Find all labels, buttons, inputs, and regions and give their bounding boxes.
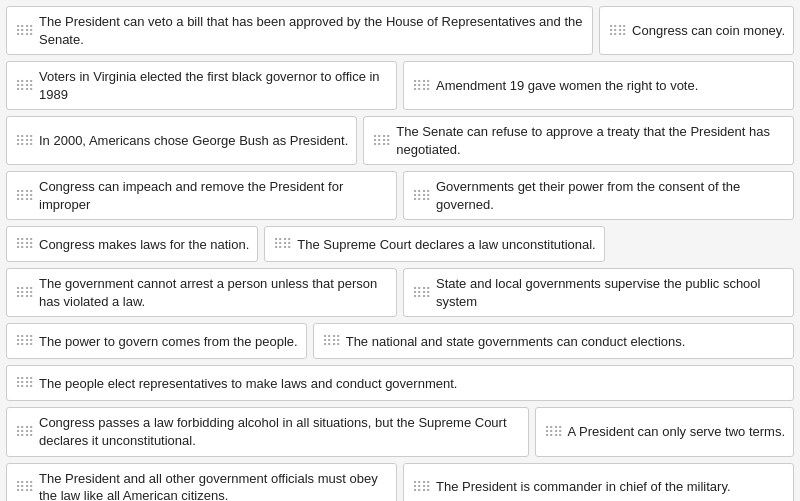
card-text: The people elect representatives to make…: [39, 375, 457, 393]
card-3-1[interactable]: ⠿⠿Governments get their power from the c…: [403, 171, 794, 220]
card-text: A President can only serve two terms.: [568, 423, 785, 441]
card-9-0[interactable]: ⠿⠿The President and all other government…: [6, 463, 397, 501]
row-0: ⠿⠿The President can veto a bill that has…: [6, 6, 794, 55]
card-text: The power to govern comes from the peopl…: [39, 333, 298, 351]
drag-handle-icon[interactable]: ⠿⠿: [15, 79, 33, 93]
drag-handle-icon[interactable]: ⠿⠿: [412, 286, 430, 300]
card-4-0[interactable]: ⠿⠿Congress makes laws for the nation.: [6, 226, 258, 262]
row-3: ⠿⠿Congress can impeach and remove the Pr…: [6, 171, 794, 220]
drag-handle-icon[interactable]: ⠿⠿: [15, 334, 33, 348]
card-7-0[interactable]: ⠿⠿The people elect representatives to ma…: [6, 365, 794, 401]
row-1: ⠿⠿Voters in Virginia elected the first b…: [6, 61, 794, 110]
drag-handle-icon[interactable]: ⠿⠿: [412, 79, 430, 93]
row-9: ⠿⠿The President and all other government…: [6, 463, 794, 501]
drag-handle-icon[interactable]: ⠿⠿: [412, 480, 430, 494]
card-text: The Senate can refuse to approve a treat…: [396, 123, 785, 158]
card-text: The President is commander in chief of t…: [436, 478, 731, 496]
drag-handle-icon[interactable]: ⠿⠿: [15, 134, 33, 148]
drag-handle-icon[interactable]: ⠿⠿: [15, 24, 33, 38]
drag-handle-icon[interactable]: ⠿⠿: [15, 286, 33, 300]
drag-handle-icon[interactable]: ⠿⠿: [15, 237, 33, 251]
card-text: The Supreme Court declares a law unconst…: [297, 236, 595, 254]
card-4-1[interactable]: ⠿⠿The Supreme Court declares a law uncon…: [264, 226, 604, 262]
card-text: State and local governments supervise th…: [436, 275, 785, 310]
card-6-0[interactable]: ⠿⠿The power to govern comes from the peo…: [6, 323, 307, 359]
row-2: ⠿⠿In 2000, Americans chose George Bush a…: [6, 116, 794, 165]
drag-handle-icon[interactable]: ⠿⠿: [544, 425, 562, 439]
card-text: Governments get their power from the con…: [436, 178, 785, 213]
card-text: The national and state governments can c…: [346, 333, 686, 351]
card-5-1[interactable]: ⠿⠿State and local governments supervise …: [403, 268, 794, 317]
card-6-1[interactable]: ⠿⠿The national and state governments can…: [313, 323, 794, 359]
card-text: Congress can impeach and remove the Pres…: [39, 178, 388, 213]
main-container: ⠿⠿The President can veto a bill that has…: [0, 0, 800, 501]
drag-handle-icon[interactable]: ⠿⠿: [15, 376, 33, 390]
drag-handle-icon[interactable]: ⠿⠿: [608, 24, 626, 38]
row-5: ⠿⠿The government cannot arrest a person …: [6, 268, 794, 317]
row-4: ⠿⠿Congress makes laws for the nation.⠿⠿T…: [6, 226, 794, 262]
card-0-1[interactable]: ⠿⠿Congress can coin money.: [599, 6, 794, 55]
row-7: ⠿⠿The people elect representatives to ma…: [6, 365, 794, 401]
drag-handle-icon[interactable]: ⠿⠿: [372, 134, 390, 148]
drag-handle-icon[interactable]: ⠿⠿: [412, 189, 430, 203]
card-2-1[interactable]: ⠿⠿The Senate can refuse to approve a tre…: [363, 116, 794, 165]
card-text: The President can veto a bill that has b…: [39, 13, 584, 48]
card-text: The President and all other government o…: [39, 470, 388, 501]
drag-handle-icon[interactable]: ⠿⠿: [15, 189, 33, 203]
card-0-0[interactable]: ⠿⠿The President can veto a bill that has…: [6, 6, 593, 55]
card-text: Voters in Virginia elected the first bla…: [39, 68, 388, 103]
card-5-0[interactable]: ⠿⠿The government cannot arrest a person …: [6, 268, 397, 317]
card-text: The government cannot arrest a person un…: [39, 275, 388, 310]
card-text: Congress makes laws for the nation.: [39, 236, 249, 254]
card-2-0[interactable]: ⠿⠿In 2000, Americans chose George Bush a…: [6, 116, 357, 165]
card-text: Congress can coin money.: [632, 22, 785, 40]
row-8: ⠿⠿Congress passes a law forbidding alcoh…: [6, 407, 794, 456]
card-8-0[interactable]: ⠿⠿Congress passes a law forbidding alcoh…: [6, 407, 529, 456]
card-1-0[interactable]: ⠿⠿Voters in Virginia elected the first b…: [6, 61, 397, 110]
row-6: ⠿⠿The power to govern comes from the peo…: [6, 323, 794, 359]
card-text: In 2000, Americans chose George Bush as …: [39, 132, 348, 150]
drag-handle-icon[interactable]: ⠿⠿: [322, 334, 340, 348]
drag-handle-icon[interactable]: ⠿⠿: [15, 480, 33, 494]
card-1-1[interactable]: ⠿⠿Amendment 19 gave women the right to v…: [403, 61, 794, 110]
card-text: Congress passes a law forbidding alcohol…: [39, 414, 520, 449]
card-3-0[interactable]: ⠿⠿Congress can impeach and remove the Pr…: [6, 171, 397, 220]
drag-handle-icon[interactable]: ⠿⠿: [273, 237, 291, 251]
card-text: Amendment 19 gave women the right to vot…: [436, 77, 698, 95]
card-8-1[interactable]: ⠿⠿A President can only serve two terms.: [535, 407, 794, 456]
drag-handle-icon[interactable]: ⠿⠿: [15, 425, 33, 439]
card-9-1[interactable]: ⠿⠿The President is commander in chief of…: [403, 463, 794, 501]
